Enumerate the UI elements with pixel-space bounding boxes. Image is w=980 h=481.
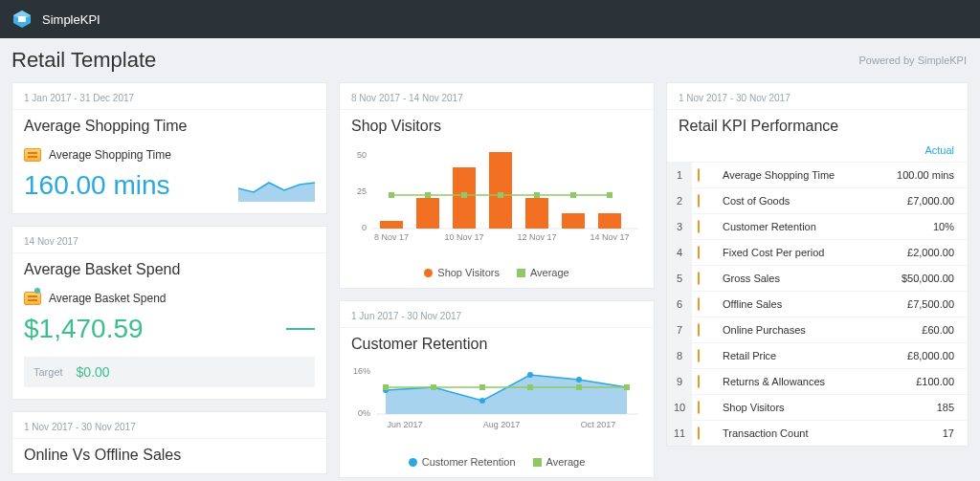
svg-rect-14	[562, 213, 585, 229]
row-name: Retail Price	[717, 343, 872, 369]
table-row[interactable]: 3Customer Retention10%	[667, 214, 968, 240]
row-index: 1	[667, 163, 692, 188]
legend-label: Average	[530, 267, 569, 278]
kpi-icon	[698, 401, 700, 414]
card-date: 1 Jan 2017 - 31 Dec 2017	[12, 83, 326, 110]
legend-label: Average	[546, 456, 586, 468]
row-index: 2	[667, 188, 692, 214]
svg-rect-40	[527, 384, 533, 390]
svg-rect-12	[489, 152, 512, 229]
row-name: Shop Visitors	[717, 395, 872, 421]
table-row[interactable]: 5Gross Sales$50,000.00	[667, 266, 968, 292]
table-row[interactable]: 11Transaction Count17	[667, 421, 968, 447]
svg-rect-21	[570, 192, 576, 198]
card-avg-basket-spend: 14 Nov 2017 Average Basket Spend Average…	[11, 226, 327, 400]
table-row[interactable]: 8Retail Price£8,000.00	[667, 343, 968, 369]
svg-rect-19	[498, 192, 503, 198]
svg-text:25: 25	[357, 186, 367, 196]
row-name: Offline Sales	[717, 292, 872, 317]
svg-rect-38	[431, 384, 436, 390]
kpi-icon	[698, 297, 700, 311]
svg-rect-39	[479, 384, 485, 390]
card-kpi-performance: 1 Nov 2017 - 30 Nov 2017 Retail KPI Perf…	[666, 82, 969, 447]
row-index: 8	[667, 343, 692, 369]
table-row[interactable]: 7Online Purchases£60.00	[667, 317, 968, 343]
table-row[interactable]: 9Returns & Allowances£100.00	[667, 369, 968, 395]
card-date: 1 Nov 2017 - 30 Nov 2017	[667, 83, 968, 110]
kpi-icon	[698, 168, 700, 182]
kpi-icon	[698, 375, 700, 388]
row-value: £100.00	[872, 369, 968, 395]
row-value: £7,000.00	[872, 188, 968, 214]
table-column-actual[interactable]: Actual	[667, 144, 968, 162]
row-value: £7,500.00	[872, 292, 968, 317]
legend-marker-icon	[517, 269, 525, 277]
row-value: £8,000.00	[872, 343, 968, 369]
svg-rect-41	[576, 384, 582, 390]
row-value: $50,000.00	[872, 266, 968, 292]
target-row: Target $0.00	[24, 357, 315, 387]
row-name: Fixed Cost Per period	[717, 240, 872, 266]
row-index: 9	[667, 369, 692, 395]
card-date: 1 Jun 2017 - 30 Nov 2017	[340, 301, 654, 328]
svg-marker-3	[238, 183, 315, 202]
svg-rect-15	[598, 213, 621, 229]
card-avg-shopping-time: 1 Jan 2017 - 31 Dec 2017 Average Shoppin…	[11, 82, 327, 214]
sparkline-chart	[238, 169, 315, 202]
kpi-icon	[698, 426, 700, 440]
card-title: Average Basket Spend	[12, 253, 326, 288]
table-row[interactable]: 1Average Shopping Time100.00 mins	[667, 163, 968, 188]
kpi-value: $1,470.59	[24, 314, 144, 344]
kpi-icon	[24, 148, 41, 162]
card-date: 14 Nov 2017	[12, 227, 326, 253]
row-index: 10	[667, 395, 692, 421]
legend-label: Customer Retention	[422, 456, 516, 468]
svg-rect-22	[607, 192, 612, 198]
svg-rect-9	[380, 221, 403, 229]
row-value: 100.00 mins	[872, 163, 968, 188]
table-row[interactable]: 4Fixed Cost Per period£2,000.00	[667, 240, 968, 266]
table-row[interactable]: 6Offline Sales£7,500.00	[667, 292, 968, 317]
kpi-table: 1Average Shopping Time100.00 mins2Cost o…	[667, 162, 968, 446]
kpi-label: Average Shopping Time	[49, 148, 171, 162]
svg-rect-20	[534, 192, 540, 198]
chart-legend: Customer Retention Average	[340, 448, 654, 477]
page-title: Retail Template	[11, 48, 156, 73]
kpi-icon	[698, 246, 700, 259]
card-date: 1 Nov 2017 - 30 Nov 2017	[12, 412, 326, 439]
row-index: 6	[667, 292, 692, 317]
brand-logo-icon	[11, 9, 33, 30]
row-name: Online Purchases	[717, 317, 872, 343]
kpi-label: Average Basket Spend	[49, 292, 167, 305]
row-name: Transaction Count	[717, 421, 872, 447]
svg-text:12 Nov 17: 12 Nov 17	[517, 232, 556, 242]
card-title: Average Shopping Time	[12, 110, 326, 144]
card-online-vs-offline: 1 Nov 2017 - 30 Nov 2017 Online Vs Offli…	[11, 411, 327, 474]
svg-text:Oct 2017: Oct 2017	[581, 420, 616, 429]
row-name: Returns & Allowances	[717, 369, 872, 395]
svg-rect-17	[425, 192, 431, 198]
table-row[interactable]: 2Cost of Goods£7,000.00	[667, 188, 968, 214]
target-value: $0.00	[77, 364, 110, 380]
svg-rect-2	[18, 16, 26, 22]
legend-marker-icon	[533, 458, 542, 467]
svg-rect-37	[383, 384, 389, 390]
top-bar: SimpleKPI	[0, 0, 980, 38]
svg-point-34	[527, 372, 533, 378]
row-index: 11	[667, 421, 692, 447]
svg-point-33	[479, 398, 485, 404]
row-value: £2,000.00	[872, 240, 968, 266]
row-value: 185	[872, 395, 968, 421]
svg-rect-42	[624, 384, 630, 390]
svg-point-35	[576, 377, 582, 383]
row-index: 5	[667, 266, 692, 292]
brand-name: SimpleKPI	[42, 12, 100, 27]
card-customer-retention: 1 Jun 2017 - 30 Nov 2017 Customer Retent…	[339, 300, 655, 478]
kpi-icon	[698, 272, 700, 285]
table-row[interactable]: 10Shop Visitors185	[667, 395, 968, 421]
powered-by[interactable]: Powered by SimpleKPI	[859, 55, 968, 66]
kpi-icon	[24, 292, 41, 305]
area-chart: 16% 0% Jun 2017 Aug 2017 Oct 2017	[351, 362, 644, 439]
kpi-icon	[698, 220, 700, 233]
kpi-icon	[698, 349, 700, 362]
